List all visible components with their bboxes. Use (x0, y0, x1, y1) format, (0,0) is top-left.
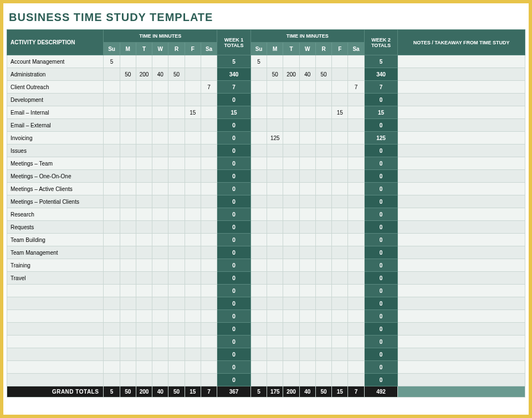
day-cell[interactable] (104, 106, 120, 119)
day-cell[interactable]: 50 (120, 68, 136, 81)
day-cell[interactable] (348, 374, 364, 386)
activity-cell[interactable]: Administration (7, 68, 104, 81)
day-cell[interactable] (267, 119, 283, 132)
activity-cell[interactable]: Meetings – One-On-One (7, 170, 104, 183)
day-cell[interactable] (348, 94, 364, 106)
day-cell[interactable] (152, 234, 168, 246)
day-cell[interactable] (136, 119, 152, 132)
day-cell[interactable] (250, 94, 267, 106)
day-cell[interactable] (201, 145, 217, 157)
day-cell[interactable] (283, 234, 299, 246)
day-cell[interactable] (185, 361, 201, 374)
day-cell[interactable] (185, 374, 201, 386)
day-cell[interactable] (267, 106, 283, 119)
day-cell[interactable] (168, 374, 185, 386)
day-cell[interactable] (250, 361, 267, 374)
day-cell[interactable] (299, 55, 315, 68)
day-cell[interactable] (283, 55, 299, 68)
day-cell[interactable] (120, 132, 136, 145)
day-cell[interactable] (152, 94, 168, 106)
day-cell[interactable] (201, 234, 217, 246)
day-cell[interactable] (315, 361, 331, 374)
day-cell[interactable] (120, 55, 136, 68)
day-cell[interactable] (201, 119, 217, 132)
day-cell[interactable] (152, 132, 168, 145)
day-cell[interactable] (185, 259, 201, 272)
day-cell[interactable] (185, 170, 201, 183)
day-cell[interactable] (152, 208, 168, 221)
day-cell[interactable] (299, 272, 315, 285)
day-cell[interactable] (250, 285, 267, 297)
activity-cell[interactable]: Email – External (7, 119, 104, 132)
day-cell[interactable] (201, 374, 217, 386)
day-cell[interactable] (152, 259, 168, 272)
day-cell[interactable] (201, 208, 217, 221)
day-cell[interactable] (185, 348, 201, 361)
day-cell[interactable] (152, 119, 168, 132)
day-cell[interactable] (332, 208, 348, 221)
day-cell[interactable] (201, 68, 217, 81)
day-cell[interactable] (267, 195, 283, 208)
day-cell[interactable] (152, 323, 168, 336)
day-cell[interactable] (267, 297, 283, 310)
day-cell[interactable] (348, 221, 364, 234)
activity-cell[interactable]: Client Outreach (7, 81, 104, 94)
day-cell[interactable] (185, 119, 201, 132)
day-cell[interactable] (299, 323, 315, 336)
day-cell[interactable] (250, 170, 267, 183)
day-cell[interactable] (267, 208, 283, 221)
day-cell[interactable] (201, 195, 217, 208)
day-cell[interactable] (283, 119, 299, 132)
day-cell[interactable] (348, 170, 364, 183)
notes-cell[interactable] (398, 246, 525, 259)
day-cell[interactable] (332, 272, 348, 285)
day-cell[interactable] (136, 285, 152, 297)
day-cell[interactable] (267, 336, 283, 348)
day-cell[interactable] (283, 336, 299, 348)
day-cell[interactable] (120, 183, 136, 195)
day-cell[interactable] (267, 55, 283, 68)
day-cell[interactable] (348, 68, 364, 81)
day-cell[interactable] (315, 195, 331, 208)
day-cell[interactable] (332, 297, 348, 310)
day-cell[interactable] (315, 246, 331, 259)
day-cell[interactable]: 40 (299, 68, 315, 81)
activity-cell[interactable] (7, 361, 104, 374)
day-cell[interactable] (120, 336, 136, 348)
day-cell[interactable] (332, 119, 348, 132)
activity-cell[interactable]: Issues (7, 145, 104, 157)
day-cell[interactable] (185, 310, 201, 323)
day-cell[interactable] (283, 246, 299, 259)
day-cell[interactable] (332, 259, 348, 272)
day-cell[interactable] (267, 94, 283, 106)
activity-cell[interactable]: Meetings – Team (7, 157, 104, 170)
day-cell[interactable] (250, 374, 267, 386)
day-cell[interactable] (250, 157, 267, 170)
day-cell[interactable]: 200 (136, 68, 152, 81)
day-cell[interactable] (168, 119, 185, 132)
day-cell[interactable] (299, 310, 315, 323)
day-cell[interactable] (168, 94, 185, 106)
day-cell[interactable] (348, 106, 364, 119)
day-cell[interactable] (104, 348, 120, 361)
day-cell[interactable] (348, 323, 364, 336)
day-cell[interactable]: 7 (201, 81, 217, 94)
day-cell[interactable] (152, 246, 168, 259)
day-cell[interactable] (168, 361, 185, 374)
day-cell[interactable] (152, 285, 168, 297)
day-cell[interactable] (250, 310, 267, 323)
day-cell[interactable] (250, 208, 267, 221)
day-cell[interactable] (104, 170, 120, 183)
day-cell[interactable] (185, 145, 201, 157)
day-cell[interactable] (201, 297, 217, 310)
day-cell[interactable] (315, 183, 331, 195)
notes-cell[interactable] (398, 323, 525, 336)
day-cell[interactable] (250, 106, 267, 119)
day-cell[interactable] (120, 119, 136, 132)
day-cell[interactable] (120, 285, 136, 297)
day-cell[interactable] (250, 348, 267, 361)
day-cell[interactable] (315, 234, 331, 246)
day-cell[interactable] (168, 234, 185, 246)
day-cell[interactable] (201, 272, 217, 285)
day-cell[interactable] (201, 336, 217, 348)
